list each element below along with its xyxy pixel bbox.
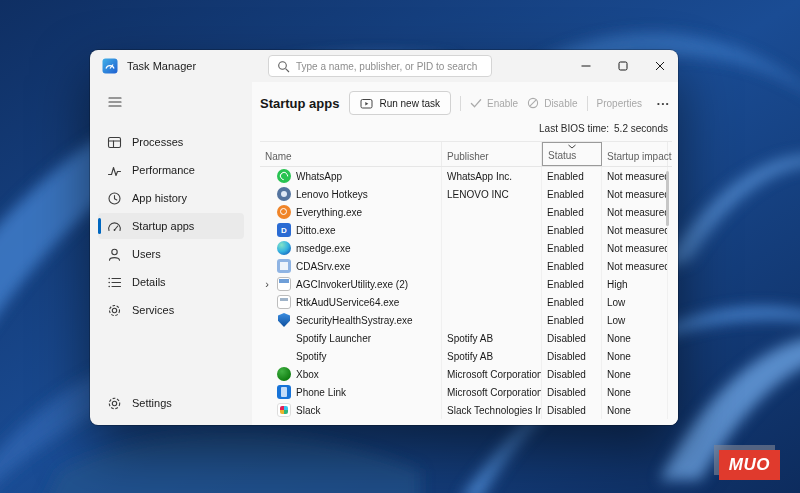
table-row[interactable]: Ditto.exe Enabled Not measured — [260, 221, 672, 239]
table-row[interactable]: RtkAudUService64.exe Enabled Low — [260, 293, 672, 311]
sidebar-item-processes[interactable]: Processes — [98, 129, 244, 155]
status-cell: Disabled — [542, 329, 602, 347]
enable-check-icon — [470, 97, 482, 109]
column-label: Publisher — [447, 151, 489, 162]
sidebar-item-performance[interactable]: Performance — [98, 157, 244, 183]
name-cell: Spotify Launcher — [260, 329, 442, 347]
table-row[interactable]: CDASrv.exe Enabled Not measured — [260, 257, 672, 275]
startup-apps-table: Name Publisher Status Startup impact — [260, 141, 672, 425]
sidebar-item-details[interactable]: Details — [98, 269, 244, 295]
sidebar-item-app-history[interactable]: App history — [98, 185, 244, 211]
publisher-cell — [442, 257, 542, 275]
sidebar-item-services[interactable]: Services — [98, 297, 244, 323]
table-row[interactable]: WhatsApp WhatsApp Inc. Enabled Not measu… — [260, 167, 672, 185]
everything-icon — [277, 205, 291, 219]
minimize-button[interactable] — [567, 50, 604, 82]
whatsapp-icon — [277, 169, 291, 183]
table-row[interactable]: msedge.exe Enabled Not measured — [260, 239, 672, 257]
sidebar-item-label: Details — [132, 276, 166, 288]
sidebar-item-label: Performance — [132, 164, 195, 176]
table-row[interactable]: Phone Link Microsoft Corporation Disable… — [260, 383, 672, 401]
startup-impact-cell: Not measured — [602, 257, 668, 275]
table-row[interactable]: Xbox Microsoft Corporation Disabled None — [260, 365, 672, 383]
services-icon — [107, 303, 122, 318]
generic-icon — [277, 277, 291, 291]
shield-icon — [278, 313, 290, 327]
app-name: Slack — [296, 405, 320, 416]
blank-icon — [277, 349, 291, 363]
sidebar-item-label: App history — [132, 192, 187, 204]
table-row[interactable]: AGCInvokerUtility.exe (2) Enabled High — [260, 275, 672, 293]
search-input[interactable] — [296, 61, 483, 72]
name-cell: CDASrv.exe — [260, 257, 442, 275]
name-cell: RtkAudUService64.exe — [260, 293, 442, 311]
table-row[interactable]: Everything.exe Enabled Not measured — [260, 203, 672, 221]
table-row[interactable]: SecurityHealthSystray.exe Enabled Low — [260, 311, 672, 329]
close-button[interactable] — [641, 50, 678, 82]
sidebar-item-label: Users — [132, 248, 161, 260]
navigation-menu-button[interactable] — [98, 88, 132, 116]
table-row[interactable]: Lenovo Hotkeys LENOVO INC Enabled Not me… — [260, 185, 672, 203]
column-label: Status — [548, 150, 576, 161]
app-name: WhatsApp — [296, 171, 342, 182]
run-new-task-icon — [360, 97, 373, 110]
settings-gear-icon — [107, 396, 122, 411]
app-name: AGCInvokerUtility.exe (2) — [296, 279, 408, 290]
startup-impact-cell: Low — [602, 311, 668, 329]
app-name: SecurityHealthSystray.exe — [296, 315, 413, 326]
name-cell: AGCInvokerUtility.exe (2) — [260, 275, 442, 293]
table-row[interactable]: Spotify Spotify AB Disabled None — [260, 347, 672, 365]
column-header-startup-impact[interactable]: Startup impact — [602, 142, 668, 166]
name-cell: msedge.exe — [260, 239, 442, 257]
sidebar-item-label: Processes — [132, 136, 183, 148]
expand-chevron-icon[interactable] — [262, 279, 272, 290]
slack-icon — [277, 403, 291, 417]
toolbar: Run new task Enable — [349, 91, 672, 115]
app-name: Spotify — [296, 351, 327, 362]
sort-chevron-icon — [568, 144, 577, 149]
app-name: Xbox — [296, 369, 319, 380]
sidebar-item-settings[interactable]: Settings — [98, 390, 244, 416]
status-cell: Disabled — [542, 365, 602, 383]
publisher-cell — [442, 221, 542, 239]
sidebar-item-users[interactable]: Users — [98, 241, 244, 267]
sidebar-item-startup-apps[interactable]: Startup apps — [98, 213, 244, 239]
properties-label: Properties — [597, 98, 643, 109]
publisher-cell — [442, 275, 542, 293]
column-header-status[interactable]: Status — [542, 142, 602, 166]
disable-button[interactable]: Disable — [527, 97, 577, 109]
publisher-cell — [442, 293, 542, 311]
app-name: msedge.exe — [296, 243, 350, 254]
processes-icon — [107, 135, 122, 150]
column-header-name[interactable]: Name — [260, 142, 442, 166]
startup-impact-cell: None — [602, 329, 668, 347]
enable-button[interactable]: Enable — [470, 97, 518, 109]
name-cell: Phone Link — [260, 383, 442, 401]
search-box[interactable] — [268, 55, 492, 77]
search-icon — [277, 60, 290, 73]
name-cell: Ditto.exe — [260, 221, 442, 239]
name-cell: Xbox — [260, 365, 442, 383]
table-row[interactable]: Spotify Launcher Spotify AB Disabled Non… — [260, 329, 672, 347]
run-new-task-button[interactable]: Run new task — [349, 91, 451, 115]
disable-label: Disable — [544, 98, 577, 109]
status-cell: Enabled — [542, 167, 602, 185]
phonelink-icon — [277, 385, 291, 399]
sidebar-item-label: Services — [132, 304, 174, 316]
publisher-cell: Spotify AB — [442, 329, 542, 347]
publisher-cell — [442, 311, 542, 329]
properties-button[interactable]: Properties — [597, 98, 643, 109]
table-body: WhatsApp WhatsApp Inc. Enabled Not measu… — [260, 167, 672, 425]
titlebar[interactable]: Task Manager — [90, 50, 678, 82]
status-cell: Disabled — [542, 347, 602, 365]
publisher-cell — [442, 203, 542, 221]
column-header-publisher[interactable]: Publisher — [442, 142, 542, 166]
task-manager-window: Task Manager — [90, 50, 678, 425]
app-history-icon — [107, 191, 122, 206]
cdasrv-icon — [277, 259, 291, 273]
more-options-button[interactable]: ••• — [651, 97, 672, 110]
vertical-scrollbar[interactable] — [666, 171, 669, 226]
msedge-icon — [277, 241, 291, 255]
maximize-button[interactable] — [604, 50, 641, 82]
table-row[interactable]: Slack Slack Technologies Inc. Disabled N… — [260, 401, 672, 419]
